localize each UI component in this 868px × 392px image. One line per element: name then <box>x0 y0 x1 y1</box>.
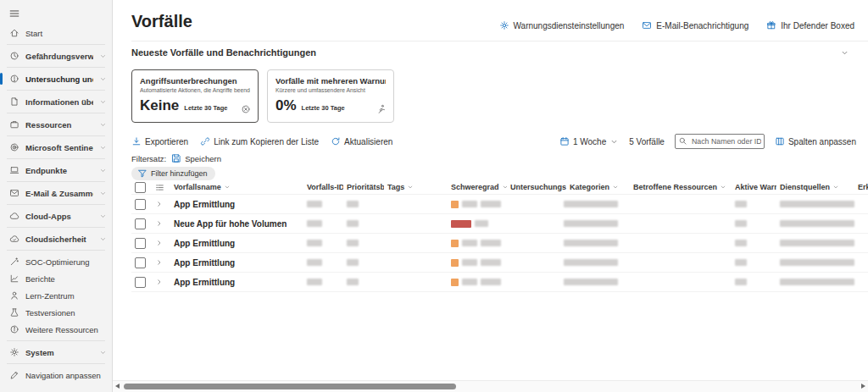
export-button[interactable]: Exportieren <box>131 136 188 146</box>
redacted-text <box>475 220 488 227</box>
redacted-text <box>780 201 854 207</box>
column-header-untersuchungsstatu[interactable]: Untersuchungsstatu <box>507 183 566 191</box>
sidebar-item-soc-optimierung[interactable]: SOC-Optimierung <box>0 253 112 270</box>
sidebar-item-navigation-anpassen[interactable]: Navigation anpassen <box>0 367 112 384</box>
system-icon <box>9 347 19 357</box>
sidebar-item-lern-zentrum[interactable]: Lern-Zentrum <box>0 287 112 304</box>
divider <box>7 113 105 113</box>
select-all-checkbox[interactable] <box>135 182 146 193</box>
incident-name[interactable]: App Ermittlung <box>170 239 303 248</box>
chevron-down-icon <box>99 213 107 220</box>
redacted-text <box>780 240 854 246</box>
incident-name[interactable]: App Ermittlung <box>170 200 303 209</box>
multi-alert-incidents-card[interactable]: Vorfälle mit mehreren Warnungen Kürzere … <box>267 69 394 123</box>
email-notification-button[interactable]: E-Mail-Benachrichtigung <box>642 20 748 30</box>
table-row[interactable]: App Ermittlung <box>131 273 868 292</box>
table-row[interactable]: App Ermittlung <box>131 234 868 253</box>
defender-boxed-button[interactable]: Ihr Defender Boxed <box>766 20 854 30</box>
column-header-prioritätsbew[interactable]: Prioritätsbew <box>343 183 384 191</box>
sidebar-item-untersuchung-und-antwort[interactable]: Untersuchung und Antwort <box>0 70 112 87</box>
hamburger-icon <box>8 8 112 19</box>
redacted-text <box>462 259 477 266</box>
sidebar-item-microsoft-sentinel[interactable]: Microsoft Sentinel <box>0 139 112 156</box>
table-row[interactable]: App Ermittlung <box>131 195 868 214</box>
column-header-tags[interactable]: Tags <box>384 183 448 191</box>
sidebar-item-testversionen[interactable]: Testversionen <box>0 304 112 321</box>
sidebar-item-label: Start <box>25 29 107 38</box>
card-subtitle: Automatisierte Aktionen, die Angriffe be… <box>140 87 250 93</box>
row-checkbox[interactable] <box>135 218 146 229</box>
column-header-aktive-warnu[interactable]: Aktive Warnu <box>732 183 776 191</box>
expand-row-icon[interactable] <box>155 239 164 247</box>
column-header-schweregrad[interactable]: Schweregrad <box>448 183 507 191</box>
incidents-table: VorfallsnameVorfalls-IDPrioritätsbewTags… <box>131 180 868 292</box>
chevron-down-icon <box>832 184 839 190</box>
sidebar-item-cloud-apps[interactable]: Cloud-Apps <box>0 207 112 224</box>
row-checkbox[interactable] <box>135 257 146 268</box>
sidebar-item-gefährdungsverwaltung[interactable]: Gefährdungsverwaltung <box>0 47 112 64</box>
expand-row-icon[interactable] <box>155 200 164 208</box>
sidebar-item-label: Untersuchung und Antwort <box>25 75 93 84</box>
sidebar-item-label: Cloudsicherheit <box>25 235 93 244</box>
chevron-down-icon[interactable] <box>840 48 849 58</box>
divider <box>131 41 868 41</box>
alert-service-settings-button[interactable]: Warnungsdiensteinstellungen <box>499 20 625 30</box>
scroll-left-arrow[interactable] <box>115 384 120 389</box>
calendar-icon <box>559 136 570 146</box>
latest-incidents-section-toggle[interactable]: Neueste Vorfälle und Benachrichtigungen <box>131 44 849 61</box>
redacted-text <box>780 220 854 227</box>
refresh-button[interactable]: Aktualisieren <box>331 136 392 146</box>
incident-name[interactable]: Neue App für hohe Volumen <box>170 219 303 229</box>
column-header-erkennun[interactable]: Erkennun <box>854 183 868 191</box>
sidebar-item-start[interactable]: Start <box>0 25 112 41</box>
chevron-down-icon <box>407 184 414 190</box>
row-checkbox[interactable] <box>135 277 146 288</box>
sidebar-item-label: Ressourcen <box>25 120 93 130</box>
sidebar-item-label: Berichte <box>25 274 107 284</box>
incident-name[interactable]: App Ermittlung <box>170 278 303 287</box>
time-range-filter[interactable]: 1 Woche <box>559 136 619 146</box>
table-row[interactable]: App Ermittlung <box>131 253 868 273</box>
hamburger-menu-button[interactable] <box>0 0 112 25</box>
assets-icon <box>9 119 19 130</box>
expand-row-icon[interactable] <box>155 219 164 228</box>
attack-disruption-icon <box>241 104 251 114</box>
column-header-dienstquellen[interactable]: Dienstquellen <box>776 183 854 191</box>
divider <box>7 135 105 136</box>
severity-cell <box>448 279 507 286</box>
column-header-vorfalls-id[interactable]: Vorfalls-ID <box>303 183 343 191</box>
copy-list-link-button[interactable]: Link zum Kopieren der Liste <box>200 136 319 146</box>
attack-disruption-card[interactable]: Angriffsunterbrechungen Automatisierte A… <box>131 69 259 123</box>
sidebar-nav: StartGefährdungsverwaltungUntersuchung u… <box>0 25 112 384</box>
redacted-text <box>735 220 747 227</box>
expand-row-icon[interactable] <box>155 258 164 267</box>
scroll-right-arrow[interactable] <box>861 384 865 389</box>
column-header-label: Aktive Warnu <box>735 183 776 191</box>
add-filter-button[interactable]: Filter hinzufügen <box>131 167 215 180</box>
column-header-betroffene-ressourcen[interactable]: Betroffene Ressourcen <box>630 183 732 191</box>
sidebar-item-e-mail-zusammenarbeit[interactable]: E-Mail & Zusammenarbeit <box>0 185 112 202</box>
column-header-kategorien[interactable]: Kategorien <box>566 183 630 191</box>
sidebar-item-weitere-ressourcen[interactable]: Weitere Ressourcen <box>0 321 112 338</box>
gift-icon <box>766 20 776 30</box>
group-icon[interactable] <box>155 183 164 192</box>
scrollbar-thumb[interactable] <box>124 384 456 389</box>
severity-cell <box>448 259 507 267</box>
row-checkbox[interactable] <box>135 238 146 249</box>
sidebar-item-ressourcen[interactable]: Ressourcen <box>0 116 112 133</box>
column-header-vorfallsname[interactable]: Vorfallsname <box>170 183 303 191</box>
sidebar-item-informationen-über-bedrohu[interactable]: Informationen über Bedrohu <box>0 93 112 110</box>
incident-name[interactable]: App Ermittlung <box>170 258 303 268</box>
sidebar-item-cloudsicherheit[interactable]: Cloudsicherheit <box>0 230 112 247</box>
runner-icon <box>376 104 387 114</box>
sidebar-item-system[interactable]: System <box>0 344 112 361</box>
search-input[interactable] <box>675 134 765 149</box>
sidebar-item-berichte[interactable]: Berichte <box>0 270 112 287</box>
customize-columns-button[interactable]: Spalten anpassen <box>775 136 856 146</box>
redacted-text <box>735 240 747 246</box>
row-checkbox[interactable] <box>135 199 146 210</box>
expand-row-icon[interactable] <box>155 278 164 286</box>
save-filter-button[interactable]: Speichern <box>171 153 221 163</box>
table-row[interactable]: Neue App für hohe Volumen <box>131 214 868 234</box>
sidebar-item-endpunkte[interactable]: Endpunkte <box>0 162 112 179</box>
